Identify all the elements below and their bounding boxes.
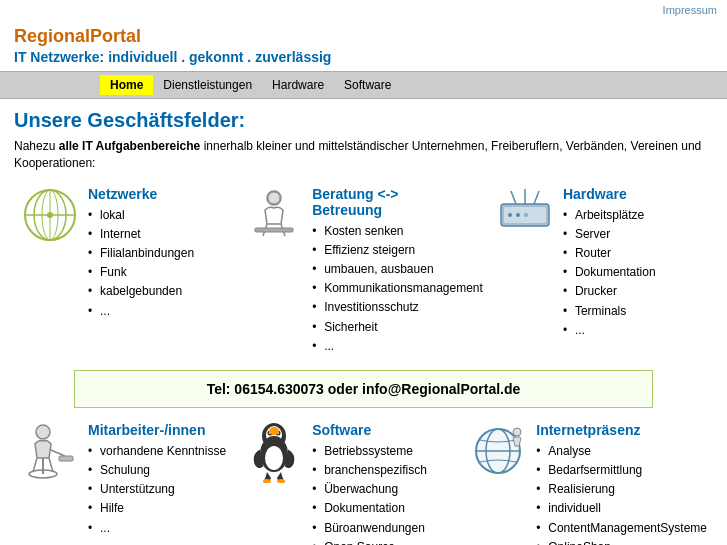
svg-point-41 <box>513 428 521 436</box>
beratung-title: Beratung <->Betreuung <box>312 186 483 218</box>
list-item: Filialanbindungen <box>88 244 232 263</box>
svg-point-13 <box>508 213 512 217</box>
svg-point-36 <box>269 427 279 435</box>
field-beratung: Beratung <->Betreuung Kosten senkenEffiz… <box>238 182 489 360</box>
list-item: Dokumentation <box>563 263 707 282</box>
nav-bar: HomeDienstleistungenHardwareSoftware <box>0 71 727 99</box>
impressum-link[interactable]: Impressum <box>663 4 717 16</box>
fields-row-1: Netzwerke lokalInternetFilialanbindungen… <box>14 182 713 360</box>
svg-point-34 <box>263 479 271 483</box>
svg-point-33 <box>265 446 283 470</box>
site-title: RegionalPortal <box>14 26 713 47</box>
top-bar: Impressum <box>0 0 727 20</box>
list-item: Open Source <box>312 538 456 545</box>
list-item: Internet <box>88 225 232 244</box>
nav-item-dienstleistungen[interactable]: Dienstleistungen <box>153 75 262 95</box>
list-item: individuell <box>536 499 707 518</box>
list-item: lokal <box>88 206 232 225</box>
beratung-content: Beratung <->Betreuung Kosten senkenEffiz… <box>312 186 483 356</box>
netzwerke-list: lokalInternetFilialanbindungenFunkkabelg… <box>88 206 232 321</box>
list-item: vorhandene Kenntnisse <box>88 442 232 461</box>
header: RegionalPortal IT Netzwerke: individuell… <box>0 20 727 67</box>
svg-point-35 <box>277 479 285 483</box>
svg-line-24 <box>51 450 65 456</box>
nav-item-hardware[interactable]: Hardware <box>262 75 334 95</box>
list-item: Investitionsschutz <box>312 298 483 317</box>
internet-content: Internetpräsenz AnalyseBedarfsermittlung… <box>536 422 707 545</box>
list-item: branchenspezifisch <box>312 461 456 480</box>
svg-point-14 <box>516 213 520 217</box>
mitarbeiter-list: vorhandene KenntnisseSchulungUnterstützu… <box>88 442 232 538</box>
beratung-list: Kosten senkenEffizienz steigernumbauen, … <box>312 222 483 356</box>
main-content: Unsere Geschäftsfelder: Nahezu alle IT A… <box>0 103 727 545</box>
list-item: Arbeitsplätze <box>563 206 707 225</box>
hardware-content: Hardware ArbeitsplätzeServerRouterDokume… <box>563 186 707 340</box>
list-item: Terminals <box>563 302 707 321</box>
list-item: Überwachung <box>312 480 456 499</box>
software-content: Software Betriebssystemebranchenspezifis… <box>312 422 456 545</box>
list-item: Funk <box>88 263 232 282</box>
svg-rect-25 <box>59 456 73 461</box>
list-item: Hilfe <box>88 499 232 518</box>
netzwerke-content: Netzwerke lokalInternetFilialanbindungen… <box>88 186 232 321</box>
internet-title: Internetpräsenz <box>536 422 707 438</box>
field-netzwerke: Netzwerke lokalInternetFilialanbindungen… <box>14 182 238 360</box>
list-item: Büroanwendungen <box>312 519 456 538</box>
hardware-list: ArbeitsplätzeServerRouterDokumentationDr… <box>563 206 707 340</box>
svg-point-5 <box>47 212 53 218</box>
list-item: Schulung <box>88 461 232 480</box>
list-item: ... <box>88 302 232 321</box>
internet-icon <box>468 422 528 480</box>
svg-point-10 <box>268 192 280 204</box>
field-hardware: Hardware ArbeitsplätzeServerRouterDokume… <box>489 182 713 360</box>
software-list: BetriebssystemebranchenspezifischÜberwac… <box>312 442 456 545</box>
list-item: Drucker <box>563 282 707 301</box>
fields-row-2: Mitarbeiter-/innen vorhandene Kenntnisse… <box>14 418 713 545</box>
list-item: Dokumentation <box>312 499 456 518</box>
nav-item-software[interactable]: Software <box>334 75 401 95</box>
internet-list: AnalyseBedarfsermittlungRealisierungindi… <box>536 442 707 545</box>
network-icon <box>20 186 80 244</box>
cta-box: Tel: 06154.630073 oder info@RegionalPort… <box>74 370 653 408</box>
hardware-icon <box>495 186 555 231</box>
field-software: Software Betriebssystemebranchenspezifis… <box>238 418 462 545</box>
software-icon <box>244 422 304 487</box>
svg-line-18 <box>534 191 539 204</box>
svg-rect-9 <box>255 228 293 232</box>
list-item: Kosten senken <box>312 222 483 241</box>
consulting-icon <box>244 186 304 244</box>
list-item: OnlineShop <box>536 538 707 545</box>
svg-point-19 <box>36 425 50 439</box>
field-internet: Internetpräsenz AnalyseBedarfsermittlung… <box>462 418 713 545</box>
list-item: Betriebssysteme <box>312 442 456 461</box>
list-item: Analyse <box>536 442 707 461</box>
software-title: Software <box>312 422 456 438</box>
staff-icon <box>20 422 80 482</box>
list-item: Kommunikationsmanagement <box>312 279 483 298</box>
list-item: ... <box>88 519 232 538</box>
list-item: Bedarfsermittlung <box>536 461 707 480</box>
list-item: umbauen, ausbauen <box>312 260 483 279</box>
svg-point-15 <box>524 213 528 217</box>
list-item: ContentManagementSysteme <box>536 519 707 538</box>
list-item: Unterstützung <box>88 480 232 499</box>
netzwerke-title: Netzwerke <box>88 186 232 202</box>
list-item: Sicherheit <box>312 318 483 337</box>
list-item: kabelgebunden <box>88 282 232 301</box>
field-mitarbeiter: Mitarbeiter-/innen vorhandene Kenntnisse… <box>14 418 238 545</box>
hardware-title: Hardware <box>563 186 707 202</box>
list-item: Router <box>563 244 707 263</box>
list-item: Effizienz steigern <box>312 241 483 260</box>
list-item: ... <box>312 337 483 356</box>
list-item: Server <box>563 225 707 244</box>
intro-text: Nahezu alle IT Aufgabenbereiche innerhal… <box>14 138 713 172</box>
list-item: Realisierung <box>536 480 707 499</box>
nav-item-home[interactable]: Home <box>100 75 153 95</box>
site-subtitle: IT Netzwerke: individuell . gekonnt . zu… <box>14 49 713 65</box>
mitarbeiter-content: Mitarbeiter-/innen vorhandene Kenntnisse… <box>88 422 232 538</box>
section-title: Unsere Geschäftsfelder: <box>14 109 713 132</box>
svg-point-40 <box>476 429 520 473</box>
svg-line-16 <box>511 191 516 204</box>
mitarbeiter-title: Mitarbeiter-/innen <box>88 422 232 438</box>
list-item: ... <box>563 321 707 340</box>
